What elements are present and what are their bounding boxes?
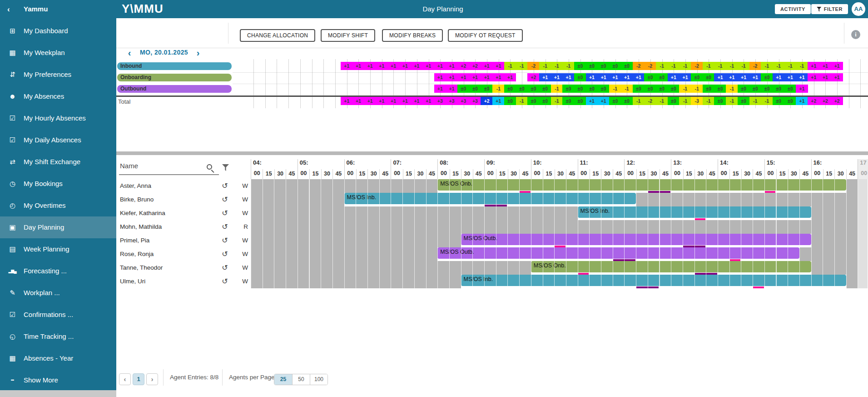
name-column-header: Name [120, 162, 138, 170]
minute-labels: 00153045 [765, 168, 811, 179]
hour-label: 08: [438, 159, 484, 168]
minute-label: 30 [461, 169, 472, 179]
activity-button[interactable]: ACTIVITY [775, 4, 811, 14]
agent-row-mohn-mathilda[interactable]: Mohn, Mathilda↺R [116, 220, 868, 234]
agent-row-rose-ronja[interactable]: MS/OS Outb.Rose, Ronja↺W [116, 247, 868, 261]
name-search-input[interactable] [119, 174, 219, 175]
ribbon-label-outbound: Outbound [117, 85, 232, 93]
sidebar-item-my-dashboard[interactable]: ⊞My Dashboard [0, 20, 116, 42]
date-next-button[interactable]: › [193, 46, 203, 59]
history-icon[interactable]: ↺ [220, 275, 230, 288]
ribbon-cell: -1 [492, 85, 505, 93]
ribbon-cell: ±0 [703, 73, 715, 81]
chevron-left-icon[interactable]: ‹ [7, 5, 10, 14]
filter-button[interactable]: FILTER [811, 4, 848, 14]
history-icon[interactable]: ↺ [220, 261, 230, 274]
history-icon[interactable]: ↺ [220, 234, 230, 247]
shift-bar-ms-os-inb[interactable]: MS/OS Inb. [578, 206, 811, 220]
agent-row-ulme-uri[interactable]: MS/OS Inb.Ulme, Uri↺W [116, 275, 868, 288]
sidebar-item-my-overtimes[interactable]: ◴My Overtimes [0, 195, 116, 216]
clock-icon: ◴ [6, 195, 18, 216]
agent-row-primel-pia[interactable]: MS/OS Outb.Primel, Pia↺W [116, 234, 868, 247]
sidebar-item-absences-year[interactable]: ▦Absences - Year [0, 347, 116, 369]
history-icon[interactable]: ↺ [220, 220, 230, 233]
shift-bar-ms-os-outb[interactable]: MS/OS Outb. [461, 234, 811, 247]
page-next-button[interactable]: › [146, 373, 158, 385]
minute-label: 30 [741, 169, 753, 179]
modify-ot-request-button[interactable]: MODIFY OT REQUEST [448, 29, 523, 42]
avatar[interactable]: AA [852, 2, 865, 16]
agent-filter-icon[interactable] [222, 164, 229, 171]
sidebar-item-my-weekplan[interactable]: ▦My Weekplan [0, 42, 116, 64]
sidebar-item-my-bookings[interactable]: ◷My Bookings [0, 173, 116, 195]
ribbon-cell: +1 [738, 73, 750, 81]
history-icon[interactable]: ↺ [220, 193, 230, 206]
sidebar-item-week-planning[interactable]: ▤Week Planning [0, 238, 116, 260]
date-prev-button[interactable]: ‹ [124, 46, 135, 59]
sidebar-item-my-absences[interactable]: ☻My Absences [0, 85, 116, 107]
minute-label: 00 [578, 168, 590, 179]
agent-row-kiefer-katharina[interactable]: MS/OS Inb.Kiefer, Katharina↺W [116, 206, 868, 220]
shift-bar-fill: MS/OS Outb. [461, 234, 811, 245]
modify-shift-button[interactable]: MODIFY SHIFT [321, 29, 375, 42]
shift-bar-fill: MS/OS Inb. [578, 206, 811, 218]
agent-row-tanne-theodor[interactable]: MS/OS Onb.Tanne, Theodor↺W [116, 261, 868, 275]
sidebar-item-confirmations[interactable]: ☑Confirmations ... [0, 304, 116, 326]
history-icon[interactable]: ↺ [220, 206, 230, 220]
search-icon[interactable] [207, 164, 212, 170]
long-break-marker [648, 191, 670, 193]
ribbon-cell: +1 [808, 73, 820, 81]
calendar-year-icon: ▦ [6, 347, 18, 369]
sidebar-item-workplan[interactable]: ✎Workplan ... [0, 282, 116, 304]
per-page-option-100[interactable]: 100 [310, 374, 327, 385]
info-icon[interactable]: i [851, 30, 860, 39]
history-icon[interactable]: ↺ [220, 247, 230, 261]
pagination-bar: ‹ 1 › Agent Entries: 8/8 Agents per Page… [116, 367, 868, 388]
page-prev-button[interactable]: ‹ [119, 373, 131, 385]
agent-row-birke-bruno[interactable]: MS/OS Inb.Birke, Bruno↺W [116, 193, 868, 206]
ribbon-cell: +2 [831, 97, 843, 105]
shift-bar-ms-os-onb[interactable]: MS/OS Onb. [437, 179, 846, 193]
ribbon-cell: -1 [656, 97, 668, 105]
schedule-grid-trailing [858, 193, 868, 206]
hour-label: 12: [625, 159, 671, 168]
sidebar-item-my-hourly-absences[interactable]: ☑My Hourly Absences [0, 107, 116, 129]
agent-row-aster-anna[interactable]: MS/OS Onb.Aster, Anna↺W [116, 179, 868, 193]
per-page-option-25[interactable]: 25 [274, 374, 292, 385]
agents-per-page-label: Agents per Page: [229, 367, 276, 388]
per-page-option-50[interactable]: 50 [292, 374, 310, 385]
history-icon[interactable]: ↺ [220, 179, 230, 192]
page-number-button[interactable]: 1 [133, 373, 144, 385]
shift-bar-ms-os-onb[interactable]: MS/OS Onb. [531, 261, 811, 275]
sidebar-header[interactable]: ‹ Yammu [0, 0, 116, 20]
ribbon-cell: -2 [691, 62, 703, 70]
sidebar-item-label: My Hourly Absences [24, 107, 86, 129]
minute-labels: 00153045 [391, 168, 437, 179]
shift-bar-ms-os-outb[interactable]: MS/OS Outb. [437, 247, 799, 261]
shift-bar-ms-os-inb[interactable]: MS/OS Inb. [344, 193, 636, 206]
ribbon-cell: -2 [527, 62, 540, 70]
sidebar-item-forecasting[interactable]: ▂▆▄Forecasting ... [0, 260, 116, 282]
ribbon-cell: -1 [656, 62, 668, 70]
sidebar-item-show-more[interactable]: •••Show More [0, 369, 116, 391]
sidebar-item-my-daily-absences[interactable]: ☑My Daily Absences [0, 129, 116, 151]
minute-label: 15 [590, 169, 601, 179]
sidebar-item-my-shift-exchange[interactable]: ⇄My Shift Exchange [0, 151, 116, 173]
minute-label: 00 [625, 168, 636, 179]
agent-status-letter: W [240, 193, 248, 206]
modify-breaks-button[interactable]: MODIFY BREAKS [382, 29, 443, 42]
minute-label: 15 [776, 169, 788, 179]
minute-label: 00 [391, 168, 402, 179]
panel-splitter[interactable] [116, 151, 868, 155]
change-allocation-button[interactable]: CHANGE ALLOCATION [240, 29, 315, 42]
sidebar-item-time-tracking[interactable]: ◵Time Tracking ... [0, 326, 116, 347]
ribbon-row-outbound: +1+1±0±0±0-1±0±0±0±0-1±0±0±0±0-1-1±0±0±0… [341, 85, 808, 93]
sidebar-item-my-preferences[interactable]: ⇵My Preferences [0, 64, 116, 85]
minute-label: 30 [367, 169, 379, 179]
ribbon-cell: +1 [352, 62, 365, 70]
time-hour-10: 10:00153045 [531, 159, 578, 179]
minute-labels: 00153045 [298, 168, 344, 179]
minute-label: 00 [251, 168, 263, 179]
shift-bar-ms-os-inb[interactable]: MS/OS Inb. [461, 275, 846, 288]
sidebar-item-day-planning[interactable]: ▣Day Planning [0, 216, 116, 238]
